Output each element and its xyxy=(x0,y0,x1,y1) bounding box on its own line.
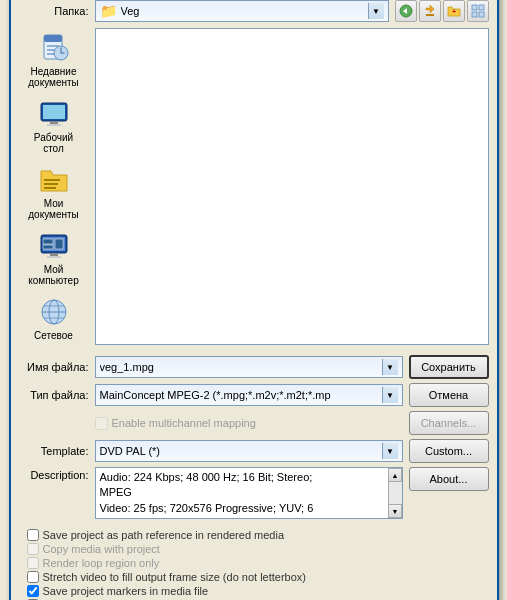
cancel-button[interactable]: Отмена xyxy=(409,383,489,407)
svg-rect-26 xyxy=(43,239,53,244)
save-markers-label: Save project markers in media file xyxy=(43,585,209,597)
description-row: Description: Audio: 224 Kbps; 48 000 Hz;… xyxy=(19,467,489,519)
svg-rect-6 xyxy=(472,12,477,17)
custom-button[interactable]: Custom... xyxy=(409,439,489,463)
folder-label: Папка: xyxy=(19,5,89,17)
svg-rect-25 xyxy=(55,239,63,249)
left-sidebar: Недавние документы Рабочий стол xyxy=(19,28,89,345)
svg-rect-7 xyxy=(479,12,484,17)
multichannel-label: Enable multichannel mapping xyxy=(112,417,256,429)
about-button[interactable]: About... xyxy=(409,467,489,491)
template-dropdown-arrow[interactable]: ▼ xyxy=(382,443,398,459)
desktop-icon xyxy=(38,98,70,130)
description-scrollbar: ▲ ▼ xyxy=(388,468,402,518)
filetype-row: Тип файла: MainConcept MPEG-2 (*.mpg;*.m… xyxy=(19,383,489,407)
svg-rect-9 xyxy=(44,35,62,42)
sidebar-item-network[interactable]: Сетевое xyxy=(19,292,89,345)
description-label: Description: xyxy=(19,467,89,481)
svg-text:+: + xyxy=(451,8,455,15)
sidebar-mypc-label: Мой компьютер xyxy=(28,264,78,286)
sidebar-mydocs-label: Мои документы xyxy=(28,198,79,220)
folder-value: Veg xyxy=(121,5,368,17)
scroll-up-btn[interactable]: ▲ xyxy=(388,468,402,482)
folder-combo[interactable]: 📁 Veg ▼ xyxy=(95,0,389,22)
save-path-label: Save project as path reference in render… xyxy=(43,529,285,541)
toolbar-icons: + xyxy=(395,0,489,22)
scroll-down-btn[interactable]: ▼ xyxy=(388,504,402,518)
folder-dropdown-arrow[interactable]: ▼ xyxy=(368,3,384,19)
svg-rect-20 xyxy=(44,187,56,189)
checkboxes-section: Save project as path reference in render… xyxy=(19,529,489,600)
up-icon xyxy=(423,4,437,18)
template-value: DVD PAL (*) xyxy=(100,445,382,457)
svg-rect-27 xyxy=(43,245,53,249)
mypc-icon xyxy=(38,230,70,262)
filetype-value: MainConcept MPEG-2 (*.mpg;*.m2v;*.m2t;*.… xyxy=(100,389,382,401)
network-icon xyxy=(38,296,70,328)
toolbar-back-btn[interactable] xyxy=(395,0,417,22)
checkbox-copy-media: Copy media with project xyxy=(19,543,489,555)
sidebar-item-desktop[interactable]: Рабочий стол xyxy=(19,94,89,158)
sidebar-item-mypc[interactable]: Мой компьютер xyxy=(19,226,89,290)
description-area: Audio: 224 Kbps; 48 000 Hz; 16 Bit; Ster… xyxy=(95,467,403,519)
filetype-combo[interactable]: MainConcept MPEG-2 (*.mpg;*.m2v;*.m2t;*.… xyxy=(95,384,403,406)
svg-rect-18 xyxy=(44,179,60,181)
checkbox-save-path: Save project as path reference in render… xyxy=(19,529,489,541)
stretch-label: Stretch video to fill output frame size … xyxy=(43,571,307,583)
sidebar-desktop-label: Рабочий стол xyxy=(34,132,73,154)
sidebar-network-label: Сетевое xyxy=(34,330,73,341)
toolbar-newfolder-btn[interactable]: + xyxy=(443,0,465,22)
bottom-form: Имя файла: veg_1.mpg ▼ Сохранить Тип фай… xyxy=(19,355,489,519)
svg-rect-19 xyxy=(44,183,58,185)
multichannel-check-area: Enable multichannel mapping xyxy=(95,417,403,430)
toolbar-up-btn[interactable] xyxy=(419,0,441,22)
filetype-dropdown-arrow[interactable]: ▼ xyxy=(382,387,398,403)
svg-rect-16 xyxy=(50,121,58,124)
multichannel-checkbox[interactable] xyxy=(95,417,108,430)
channels-button[interactable]: Channels... xyxy=(409,411,489,435)
save-button[interactable]: Сохранить xyxy=(409,355,489,379)
filename-label: Имя файла: xyxy=(19,361,89,373)
svg-rect-17 xyxy=(47,124,61,126)
cancel-button-area: Отмена xyxy=(409,383,489,407)
template-row: Template: DVD PAL (*) ▼ Custom... xyxy=(19,439,489,463)
template-label: Template: xyxy=(19,445,89,457)
stretch-checkbox[interactable] xyxy=(27,571,39,583)
sidebar-item-mydocs[interactable]: Мои документы xyxy=(19,160,89,224)
new-folder-icon: + xyxy=(447,4,461,18)
file-browser[interactable] xyxy=(95,28,489,345)
svg-rect-15 xyxy=(43,105,65,119)
filename-value: veg_1.mpg xyxy=(100,361,382,373)
render-loop-checkbox[interactable] xyxy=(27,557,39,569)
checkbox-render-loop: Render loop region only xyxy=(19,557,489,569)
mydocs-icon xyxy=(38,164,70,196)
main-area: Недавние документы Рабочий стол xyxy=(19,28,489,345)
checkbox-save-markers: Save project markers in media file xyxy=(19,585,489,597)
custom-button-area: Custom... xyxy=(409,439,489,463)
view-icon xyxy=(471,4,485,18)
action-buttons: Сохранить xyxy=(409,355,489,379)
svg-rect-24 xyxy=(47,256,61,258)
folder-row: Папка: 📁 Veg ▼ xyxy=(19,0,489,22)
checkbox-stretch: Stretch video to fill output frame size … xyxy=(19,571,489,583)
svg-rect-5 xyxy=(479,5,484,10)
folder-icon: 📁 xyxy=(100,3,117,19)
toolbar-view-btn[interactable] xyxy=(467,0,489,22)
sidebar-recent-label: Недавние документы xyxy=(28,66,79,88)
multichannel-row: Enable multichannel mapping Channels... xyxy=(19,411,489,435)
sidebar-item-recent[interactable]: Недавние документы xyxy=(19,28,89,92)
render-as-dialog: Render As ? ✕ Папка: 📁 Veg ▼ xyxy=(9,0,499,600)
copy-media-label: Copy media with project xyxy=(43,543,160,555)
copy-media-checkbox[interactable] xyxy=(27,543,39,555)
svg-rect-23 xyxy=(50,253,58,256)
description-text: Audio: 224 Kbps; 48 000 Hz; 16 Bit; Ster… xyxy=(100,470,398,516)
back-icon xyxy=(399,4,413,18)
about-button-area: About... xyxy=(409,467,489,491)
filename-row: Имя файла: veg_1.mpg ▼ Сохранить xyxy=(19,355,489,379)
filename-combo[interactable]: veg_1.mpg ▼ xyxy=(95,356,403,378)
save-path-checkbox[interactable] xyxy=(27,529,39,541)
save-markers-checkbox[interactable] xyxy=(27,585,39,597)
filename-dropdown-arrow[interactable]: ▼ xyxy=(382,359,398,375)
template-combo[interactable]: DVD PAL (*) ▼ xyxy=(95,440,403,462)
channels-button-area: Channels... xyxy=(409,411,489,435)
